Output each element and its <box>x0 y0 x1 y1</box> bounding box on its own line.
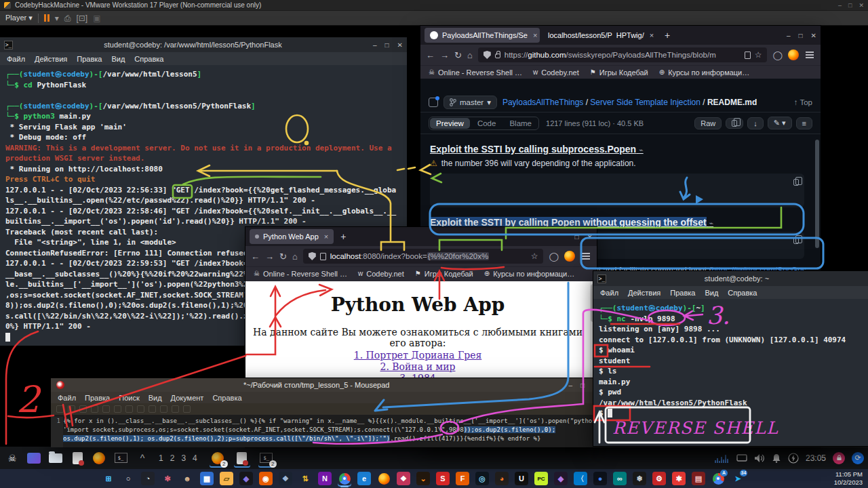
vmware-app-icon[interactable]: ❖ <box>279 472 292 485</box>
bookmark-item[interactable]: wCodeby.net <box>533 68 579 77</box>
bookmark-star-icon[interactable]: ☆ <box>531 251 538 261</box>
settings-red-icon[interactable]: ⚙ <box>652 472 666 485</box>
bookmark-item[interactable]: ☠Online - Reverse Shell … <box>429 68 522 77</box>
redo-icon[interactable] <box>114 405 121 413</box>
tab-python-web-app[interactable]: Python Web App × <box>250 229 334 244</box>
find-icon[interactable] <box>160 405 167 413</box>
send-ctrl-alt-del-icon[interactable]: ⎙ <box>64 14 71 23</box>
notifications-bell-icon[interactable] <box>772 453 781 463</box>
visual-studio-app-icon[interactable]: ◆ <box>554 472 568 485</box>
menu-item[interactable]: Файл <box>58 394 76 402</box>
save-as-icon[interactable] <box>91 405 98 413</box>
back-icon[interactable]: ← <box>251 251 260 262</box>
breadcrumb-repo-link[interactable]: PayloadsAllTheThings <box>502 98 583 107</box>
edge-app-icon[interactable]: e <box>357 472 371 485</box>
save-icon[interactable] <box>79 405 87 413</box>
onenote-app-icon[interactable]: N <box>318 472 332 485</box>
window-control-button[interactable]: □ <box>580 382 585 389</box>
s-app-icon[interactable]: S <box>436 472 450 485</box>
tab-close-icon[interactable]: × <box>533 31 537 39</box>
workspace-number[interactable]: 2 <box>167 453 178 463</box>
tab-close-icon[interactable]: × <box>324 232 328 241</box>
menu-icon[interactable] <box>806 54 814 56</box>
menu-item[interactable]: Вид <box>149 394 162 402</box>
firefox-account-icon[interactable] <box>788 49 799 60</box>
copy-icon[interactable] <box>793 179 799 186</box>
file-explorer-icon[interactable]: ▱ <box>220 472 233 485</box>
window-control-button[interactable]: □ <box>575 233 579 241</box>
bookmark-item[interactable]: ☠Online - Reverse Shell … <box>254 270 347 278</box>
terminal-window-button[interactable]: $_2 <box>258 450 275 466</box>
display-icon[interactable] <box>736 454 747 462</box>
menu-item[interactable]: Справка <box>134 55 163 63</box>
camera-app-icon[interactable]: ◎ <box>475 472 489 485</box>
breadcrumb-folder-link[interactable]: Server Side Template Injection <box>590 98 701 107</box>
shield-icon[interactable] <box>309 252 316 260</box>
pocket-icon[interactable]: ◯ <box>549 251 559 262</box>
terminal-left-titlebar[interactable]: >_ student@codeby: /var/www/html/lesson5… <box>0 37 407 52</box>
menu-item[interactable]: Вид <box>111 55 125 63</box>
calendar-app-icon[interactable]: ▦ <box>200 472 214 485</box>
raw-button[interactable]: Raw <box>694 117 722 129</box>
menu-item[interactable]: Файл <box>600 289 618 297</box>
blender-app-icon[interactable]: ◕ <box>495 472 509 485</box>
suspend-button[interactable] <box>44 14 50 22</box>
slack-app-icon[interactable]: ✻ <box>161 472 174 485</box>
kali-menu-icon[interactable]: ☠ <box>4 450 20 466</box>
dial-app-icon[interactable]: ◉ <box>259 472 273 485</box>
menu-icon[interactable] <box>582 256 590 257</box>
window-control-button[interactable]: □ <box>848 2 852 9</box>
logout-icon[interactable]: ⟳ <box>852 452 864 464</box>
pycharm-app-icon[interactable]: PC <box>534 472 548 485</box>
arrows-app-icon[interactable]: ⇅ <box>298 472 312 485</box>
window-control-button[interactable]: ✕ <box>397 41 403 49</box>
window-control-button[interactable]: ✕ <box>859 2 864 9</box>
tools-red-icon[interactable]: ✱ <box>672 472 686 485</box>
search-icon[interactable]: ○ <box>121 472 135 485</box>
anchor-link-icon[interactable]: ⌁ <box>639 146 644 154</box>
fusion-app-icon[interactable]: ❄ <box>633 472 646 485</box>
firefox-app-icon[interactable] <box>377 472 391 485</box>
new-tab-button[interactable]: + <box>336 231 350 242</box>
player-menu[interactable]: Player ▾ <box>5 14 33 22</box>
pocket-icon[interactable]: ◯ <box>772 50 783 60</box>
menu-item[interactable]: Поиск <box>119 394 139 402</box>
tab-close-icon[interactable]: × <box>650 31 654 39</box>
tab-preview[interactable]: Preview <box>430 118 470 129</box>
show-desktop-icon[interactable] <box>26 450 42 466</box>
chrome-app-icon[interactable] <box>338 472 351 485</box>
tab-payloadsallthethings[interactable]: PayloadsAllTheThings/Se × <box>425 28 540 43</box>
outline-button[interactable]: ≡ <box>796 117 812 129</box>
volume-icon[interactable] <box>754 453 765 463</box>
code-block-1[interactable]: {{''.__class__.mro()[1].__subclasses__()… <box>430 174 804 207</box>
editor-text[interactable]: {% for x in ().__class__.__base__.__subc… <box>63 417 599 447</box>
screen-lock-icon[interactable] <box>833 452 845 464</box>
loom-app-icon[interactable]: ∞ <box>613 472 627 485</box>
menu-item[interactable]: Файл <box>7 55 25 63</box>
github-scrollbar[interactable] <box>815 140 819 248</box>
url-bar[interactable]: https://github.com/swisskyrepo/PayloadsA… <box>478 47 768 62</box>
window-control-button[interactable]: □ <box>385 41 389 49</box>
contact-app-icon[interactable]: ☻ <box>180 472 194 485</box>
window-control-button[interactable]: ✕ <box>587 233 593 241</box>
download-button[interactable]: ↓ <box>747 117 764 129</box>
reader-icon[interactable] <box>745 52 751 59</box>
window-control-button[interactable]: ✕ <box>811 32 816 39</box>
firefox-window-button[interactable]: 2 <box>210 450 226 466</box>
menu-item[interactable]: Правка <box>85 394 110 402</box>
start-button[interactable]: ⊞ <box>102 472 115 485</box>
bookmark-item[interactable]: ⚑Игры Кодебай <box>590 68 648 77</box>
unreal-app-icon[interactable]: U <box>515 472 528 485</box>
copy-raw-button[interactable] <box>726 118 743 129</box>
open-icon[interactable] <box>68 405 75 413</box>
panel-expand-icon[interactable]: ^ <box>134 450 151 466</box>
text-editor-icon[interactable] <box>69 450 85 466</box>
windows-clock[interactable]: 11:05 PM 10/2/2023 <box>834 470 863 487</box>
maps-app-icon[interactable]: ● <box>593 472 607 485</box>
file-tree-icon[interactable] <box>429 98 438 107</box>
cpu-graph-icon[interactable] <box>715 453 730 463</box>
menu-item[interactable]: Справка <box>728 289 757 297</box>
reload-icon[interactable]: ↻ <box>279 251 287 262</box>
bookmark-item[interactable]: ⊕Курсы по информаци… <box>484 270 575 278</box>
new-document-icon[interactable] <box>56 405 64 413</box>
